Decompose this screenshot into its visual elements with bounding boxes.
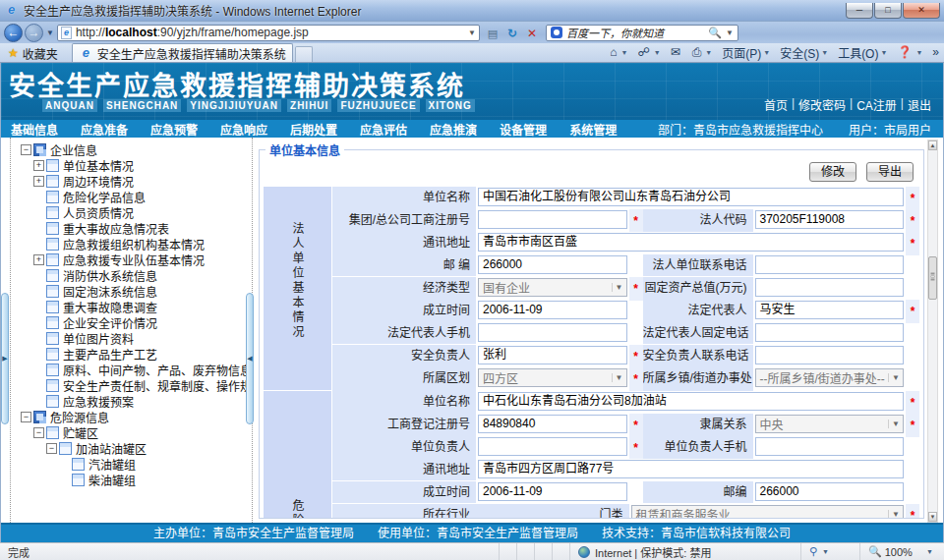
text-input[interactable]: 中国石油化工股份有限公司山东青岛石油分公司 (478, 188, 904, 206)
menu-item[interactable]: 应急预警 (147, 121, 216, 138)
tree-item[interactable]: −企业信息 (11, 141, 252, 157)
read-mail-button[interactable]: ✉ (666, 45, 687, 59)
text-input[interactable]: 266000 (478, 255, 627, 274)
text-input[interactable]: 中石化山东青岛石油分公司8加油站 (478, 392, 904, 411)
collapse-icon[interactable]: − (46, 443, 57, 454)
text-input[interactable]: 青岛市四方区周口路77号 (478, 460, 904, 478)
tree-item[interactable]: 危险化学品信息 (11, 189, 252, 204)
overflow-chevron[interactable]: » (927, 45, 944, 59)
feeds-button[interactable]: ☍▼ (633, 45, 666, 59)
tree-item[interactable]: 安全生产责任制、规章制度、操作规程信息 (11, 377, 252, 393)
print-button[interactable]: ⎙▼ (687, 45, 718, 59)
expand-icon[interactable]: + (33, 254, 44, 265)
text-input[interactable]: 266000 (755, 482, 905, 501)
tools-menu[interactable]: 工具(O)▼ (833, 44, 892, 61)
export-button[interactable]: 导出 (866, 162, 914, 182)
menu-item[interactable]: 应急推演 (426, 121, 496, 138)
tree-item[interactable]: −贮罐区 (11, 424, 252, 440)
content-scrollbar[interactable]: ▲ ▼ (927, 140, 938, 523)
menu-item[interactable]: 后期处置 (286, 121, 356, 138)
scrollbar-thumb[interactable] (928, 256, 937, 300)
tree-item[interactable]: 原料、中间产物、产品、废弃物信息 (11, 362, 252, 377)
url-text[interactable]: http://localhost:90/yjzh/frame/homepage.… (76, 26, 464, 39)
tree-item[interactable]: 消防供水系统信息 (11, 267, 252, 283)
forward-button[interactable]: → (25, 24, 43, 42)
collapse-icon[interactable]: − (21, 412, 31, 422)
recent-pages-dropdown[interactable]: ▼ (46, 28, 54, 37)
page-zoom-button[interactable]: ⚲ ▼ (800, 543, 859, 560)
tree-item[interactable]: 应急救援预案 (11, 393, 252, 409)
tree-item[interactable]: +应急救援专业队伍基本情况 (11, 252, 252, 267)
text-input[interactable] (478, 437, 627, 456)
text-input[interactable]: 张利 (478, 346, 627, 364)
text-input[interactable]: 马安生 (755, 301, 905, 319)
menu-item[interactable]: 应急响应 (216, 121, 286, 138)
scroll-up-arrow[interactable]: ▲ (928, 140, 937, 150)
select-input[interactable]: 中央▼ (755, 415, 905, 433)
help-menu[interactable]: ❓▼ (892, 45, 927, 59)
banner-link-2[interactable]: CA注册 (855, 96, 899, 113)
tree-item[interactable]: +单位基本情况 (11, 157, 252, 173)
expand-icon[interactable]: + (33, 160, 44, 171)
text-input[interactable]: 青岛市市南区百盛 (478, 233, 904, 252)
banner-link-0[interactable]: 首页 (762, 96, 790, 113)
banner-link-3[interactable]: 退出 (906, 96, 933, 113)
text-input[interactable] (755, 278, 905, 297)
tree-item[interactable]: 主要产品生产工艺 (11, 346, 252, 362)
text-input[interactable] (755, 255, 905, 274)
expand-icon[interactable]: + (33, 176, 44, 187)
search-dropdown-icon[interactable]: ▼ (722, 28, 734, 37)
address-bar[interactable]: e http://localhost:90/yjzh/frame/homepag… (57, 25, 480, 41)
home-button[interactable]: ⌂▼ (605, 45, 632, 59)
select-input[interactable]: 国有企业▼ (478, 278, 627, 297)
menu-item[interactable]: 应急评估 (356, 121, 426, 138)
menu-item[interactable]: 应急准备 (77, 121, 147, 138)
search-input[interactable]: 百度一下，你就知道 (566, 25, 708, 40)
stop-button[interactable]: ✕ (522, 24, 542, 42)
zoom-level-control[interactable]: 🔍 100% ▼ (859, 543, 944, 560)
text-input[interactable]: 84890840 (478, 415, 627, 433)
address-dropdown-icon[interactable]: ▼ (464, 28, 476, 37)
active-tab[interactable]: e 安全生产应急救援指挥辅助决策系统 (72, 43, 293, 62)
collapse-icon[interactable]: − (33, 427, 44, 438)
select-input[interactable]: 四方区▼ (478, 368, 627, 387)
menu-item[interactable]: 基础信息 (7, 121, 77, 138)
tree-item[interactable]: −加油站油罐区 (11, 440, 252, 456)
tree-item[interactable]: 单位图片资料 (11, 330, 252, 346)
back-button[interactable]: ← (4, 24, 23, 42)
tree-item[interactable]: 重大事故隐患调查 (11, 299, 252, 314)
tree-item[interactable]: 企业安全评价情况 (11, 314, 252, 330)
new-tab-button[interactable] (295, 46, 313, 62)
text-input[interactable]: 2006-11-09 (478, 301, 627, 319)
tree-item[interactable]: 应急救援组织机构基本情况 (11, 236, 252, 252)
favorites-button[interactable]: ★ 收藏夹 (0, 44, 66, 62)
page-menu[interactable]: 页面(P)▼ (717, 44, 775, 61)
safety-menu[interactable]: 安全(S)▼ (775, 44, 833, 61)
text-input[interactable] (478, 323, 627, 342)
refresh-button[interactable]: ↻ (502, 24, 522, 42)
tree-item[interactable]: 汽油罐组 (11, 456, 252, 472)
collapse-icon[interactable]: − (21, 144, 31, 155)
text-input[interactable]: 370205F119008 (755, 210, 905, 229)
search-box[interactable]: 百度一下，你就知道 🔍 ▼ (546, 25, 738, 41)
maximize-button[interactable]: □ (874, 3, 902, 19)
tree-item[interactable]: −危险源信息 (11, 409, 252, 424)
text-input[interactable] (755, 437, 905, 456)
scroll-down-arrow[interactable]: ▼ (928, 512, 937, 522)
tree-item[interactable]: 固定泡沫系统信息 (11, 283, 252, 299)
left-splitter-handle[interactable]: ▶ (1, 293, 9, 424)
tree-item[interactable]: 重大事故应急情况表 (11, 220, 252, 236)
text-input[interactable]: 2006-11-09 (478, 482, 627, 501)
text-input[interactable] (755, 346, 905, 364)
tree-item[interactable]: +周边环境情况 (11, 173, 252, 189)
modify-button[interactable]: 修改 (809, 162, 856, 182)
text-input[interactable] (478, 210, 627, 229)
minimize-button[interactable]: ─ (846, 3, 873, 19)
menu-item[interactable]: 设备管理 (496, 121, 565, 138)
menu-item[interactable]: 系统管理 (565, 121, 635, 138)
compatibility-view-button[interactable]: ▤ (483, 24, 502, 42)
select-input[interactable]: --所属乡镇/街道办事处--▼ (755, 368, 905, 387)
close-button[interactable]: ✕ (903, 3, 940, 19)
select-input[interactable]: 租赁和商务服务业▼ (631, 505, 905, 519)
tree-collapse-handle[interactable]: ◀ (246, 293, 254, 424)
